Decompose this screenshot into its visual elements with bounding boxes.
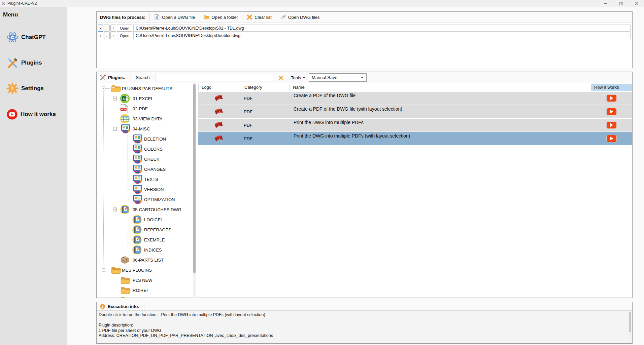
- move-up-button[interactable]: ↑: [110, 32, 116, 39]
- tree-item-label: DELETION: [144, 137, 166, 142]
- gear-icon: [6, 82, 19, 94]
- open-file-button[interactable]: Open: [117, 32, 132, 39]
- tree-item-changes[interactable]: CHANGES: [97, 164, 195, 174]
- tree-item-reperages[interactable]: REPERAGES: [97, 225, 195, 235]
- tree-item-04-misc[interactable]: −04-MISC: [97, 124, 195, 134]
- tree-expander[interactable]: −: [102, 87, 105, 90]
- tree-item-mes-plugins[interactable]: −MES PLUGINS: [97, 265, 195, 275]
- move-down-button[interactable]: ↓: [104, 25, 110, 32]
- tree-item-indices[interactable]: INDICES: [97, 245, 195, 255]
- tree-connector: [115, 109, 119, 109]
- plugins-toolbar: Plugins: Search Tools Manual Save: [97, 72, 632, 83]
- how-it-works-video-button[interactable]: [606, 94, 617, 102]
- tree-misc-icon: [132, 194, 143, 204]
- tree-item-label: REPERAGES: [144, 227, 171, 232]
- file-path: C:\Users\Pierre-LouisSOUVIGNE\Desktop\Do…: [133, 32, 631, 39]
- tree-item-logicel[interactable]: LOGICEL: [97, 215, 195, 225]
- tree-view-data-icon: [120, 114, 130, 124]
- tree-item-02-pdf[interactable]: PDF02-PDF: [97, 104, 195, 114]
- tree-item-check[interactable]: CHECK: [97, 154, 195, 164]
- row-name: Print the DWG into multiple PDFs (with l…: [294, 133, 410, 139]
- tree-folder-icon: [120, 296, 131, 298]
- tree-connector: [128, 139, 131, 139]
- tree-misc-icon: [132, 144, 143, 154]
- table-row[interactable]: pdfPDFCreate a PDF of the DWG file: [198, 92, 632, 105]
- tree-item-deletion[interactable]: DELETION: [97, 134, 195, 144]
- dwg-file-row: x↓↑OpenC:\Users\Pierre-LouisSOUVIGNE\Des…: [98, 25, 631, 32]
- tree-item-03-view-data[interactable]: 03-VIEW DATA: [97, 114, 195, 124]
- sidebar-item-chatgpt[interactable]: AI ChatGPT: [0, 28, 67, 47]
- tree-connector: [128, 240, 131, 240]
- execution-info-line: 1 PDF file per sheet of your DWG: [99, 328, 161, 333]
- tree-misc-icon: [132, 134, 143, 144]
- move-down-button[interactable]: ↓: [104, 32, 110, 39]
- move-up-button[interactable]: ↑: [110, 25, 116, 32]
- tree-item-05-cartouches-dwg[interactable]: −05-CARTOUCHES DWG: [97, 204, 195, 215]
- open-dwg-files-button[interactable]: Open DWG files: [277, 12, 323, 22]
- clear-list-button[interactable]: Clear list: [243, 12, 275, 22]
- how-it-works-video-button[interactable]: [606, 121, 617, 129]
- tree-item-plugins-par-defauts[interactable]: −PLUGINS PAR DEFAUTS: [97, 83, 195, 93]
- tree-item-texts[interactable]: TEXTS: [97, 174, 195, 184]
- sidebar-item-label: How it works: [21, 111, 56, 118]
- tree-item-01-excel[interactable]: +X01-EXCEL: [97, 93, 195, 104]
- minimize-button[interactable]: [598, 0, 613, 7]
- tree-item-label: LOGICEL: [144, 217, 163, 222]
- dwg-toolbar: DWG files to process: Open a DWG file Op…: [97, 12, 632, 23]
- table-row[interactable]: pdfPDFPrint the DWG into multiple PDFs: [198, 119, 632, 132]
- tree-item-colors[interactable]: COLORS: [97, 144, 195, 154]
- column-header-name[interactable]: Name: [290, 84, 591, 91]
- execution-info-line: Double-click to run the function: Print …: [99, 312, 265, 317]
- tree-item-pls-new[interactable]: PLS NEW: [97, 275, 195, 285]
- tree-expander[interactable]: −: [113, 127, 117, 131]
- row-pdf-logo-icon: pdf: [213, 94, 225, 103]
- tree-item-label: PLUGINS PAR DEFAUTS: [122, 86, 172, 91]
- open-file-button[interactable]: Open: [117, 25, 132, 32]
- row-category: PDF: [244, 123, 252, 128]
- sidebar-item-settings[interactable]: Settings: [0, 79, 67, 98]
- sidebar-item-plugins[interactable]: Plugins: [0, 53, 67, 72]
- column-header-logo[interactable]: Logo: [198, 84, 241, 91]
- search-input[interactable]: [155, 74, 273, 81]
- remove-file-button[interactable]: x: [98, 25, 103, 32]
- tree-scrollbar[interactable]: [193, 83, 196, 298]
- row-pdf-logo-icon: pdf: [213, 107, 225, 116]
- menu-title: Menu: [0, 7, 67, 18]
- row-category: PDF: [244, 109, 252, 114]
- table-row[interactable]: pdfPDFPrint the DWG into multiple PDFs (…: [198, 132, 632, 145]
- tools-dropdown-button[interactable]: Tools: [288, 73, 308, 82]
- column-header-category[interactable]: Category: [241, 84, 290, 91]
- save-mode-combobox[interactable]: Manual Save: [309, 73, 367, 82]
- restore-button[interactable]: [613, 0, 629, 7]
- sidebar-menu: Menu AI ChatGPT Plugins Settings How it …: [0, 7, 67, 345]
- tree-item-exemple[interactable]: EXEMPLE: [97, 235, 195, 245]
- search-clear-button[interactable]: [277, 74, 284, 81]
- tree-expander[interactable]: −: [113, 208, 117, 212]
- tree-folder-icon: [120, 286, 131, 295]
- tree-item-roiret[interactable]: ROIRET: [97, 285, 195, 295]
- table-row[interactable]: pdfPDFCreate a PDF of the DWG file (with…: [198, 105, 632, 118]
- tree-expander[interactable]: +: [113, 97, 117, 101]
- tree-item-label: 01-EXCEL: [133, 96, 153, 101]
- execution-scrollbar[interactable]: [629, 311, 632, 343]
- how-it-works-video-button[interactable]: [606, 135, 617, 142]
- close-button[interactable]: [629, 0, 644, 7]
- tree-item-optimization[interactable]: OPTIMIZATION: [97, 194, 195, 204]
- tree-item-version[interactable]: VERSION: [97, 184, 195, 194]
- remove-file-button[interactable]: x: [98, 32, 103, 39]
- how-it-works-video-button[interactable]: [606, 108, 617, 115]
- open-dwg-file-button[interactable]: Open a DWG file: [150, 12, 198, 22]
- tree-connector: [128, 149, 131, 149]
- execution-info-header: i Execution info:: [97, 302, 632, 311]
- open-folder-button[interactable]: Open a folder: [200, 12, 241, 22]
- column-header-how-it-works[interactable]: How it works: [591, 84, 632, 91]
- tree-expander[interactable]: −: [102, 268, 105, 272]
- sidebar-item-how-it-works[interactable]: How it works: [0, 105, 67, 124]
- button-label: Open a DWG file: [162, 15, 195, 20]
- tree-book-icon: [132, 225, 142, 235]
- clear-x-icon: [246, 14, 252, 20]
- tree-item-06-parts-list[interactable]: 06-PARTS LIST: [97, 255, 195, 265]
- tree-connector: [115, 280, 119, 280]
- tree-connector: [128, 169, 131, 169]
- tree-item[interactable]: [97, 295, 195, 298]
